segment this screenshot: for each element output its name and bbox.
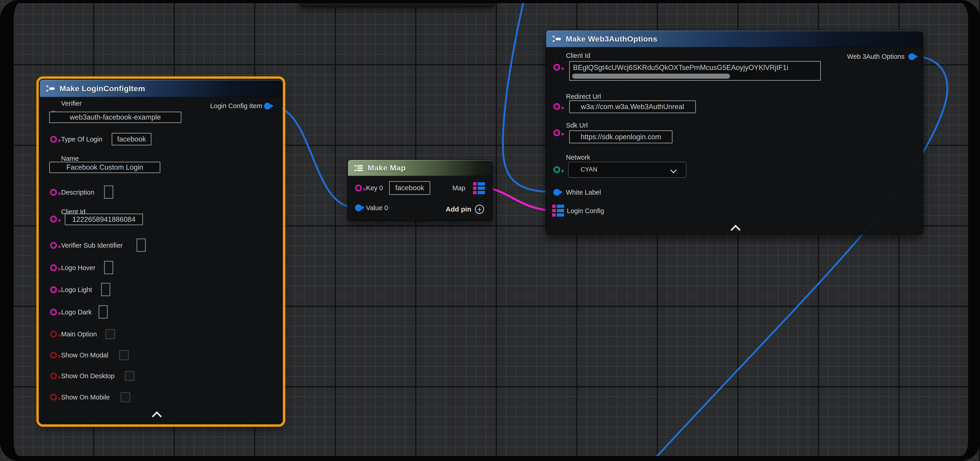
input-pin-type-of-login[interactable]	[50, 136, 57, 143]
input-pin-logo-hover[interactable]	[50, 264, 57, 271]
input-pin-logo-light[interactable]	[50, 286, 57, 293]
input-pin-login-config[interactable]	[552, 205, 564, 216]
chevron-down-icon	[670, 167, 677, 173]
output-pin-login-config-item[interactable]	[264, 103, 271, 110]
pin-label-description: Description	[61, 188, 94, 196]
add-pin-button[interactable]: Add pin +	[445, 205, 484, 214]
input-pin-client-id[interactable]	[554, 64, 560, 71]
make-map-icon	[353, 164, 363, 172]
pin-label-sdk-url: Sdk Url	[566, 121, 588, 129]
input-pin-key0[interactable]	[355, 184, 362, 191]
plus-circle-icon: +	[475, 205, 484, 214]
output-pin-label: Web 3Auth Options	[847, 52, 905, 60]
input-pin-description[interactable]	[50, 189, 57, 196]
input-pin-sdk-url[interactable]	[554, 129, 560, 136]
pin-label-logo-dark: Logo Dark	[61, 308, 92, 316]
pin-label-name: Name	[61, 154, 79, 162]
verifier-field[interactable]: web3auth-facebook-example	[49, 111, 181, 123]
pin-label-verifier: Verifier	[61, 99, 82, 108]
input-pin-white-label[interactable]	[554, 189, 560, 196]
node-header[interactable]: Make Map	[348, 160, 492, 176]
network-dropdown[interactable]: CYAN	[568, 162, 687, 178]
redirect-url-field[interactable]: w3a://com.w3a.Web3AuthUnreal	[569, 100, 696, 113]
main-option-checkbox[interactable]	[105, 329, 115, 339]
node-make-web3authoptions[interactable]: Make Web3AuthOptions Web 3Auth Options C…	[546, 30, 923, 235]
sdk-url-field[interactable]: https://sdk.openlogin.com	[569, 130, 673, 143]
make-struct-icon	[45, 84, 56, 92]
pin-label-logo-hover: Logo Hover	[61, 264, 95, 272]
client-id-scrollbar[interactable]	[572, 74, 730, 79]
pin-label-login-config: Login Config	[567, 207, 604, 215]
output-pin-label-map: Map	[452, 184, 465, 192]
pin-label-white-label: White Label	[566, 188, 601, 196]
node-header[interactable]: Make Web3AuthOptions	[546, 30, 923, 47]
add-pin-label: Add pin	[445, 205, 471, 213]
input-pin-main-option[interactable]	[50, 331, 57, 337]
verifier-sub-identifier-field[interactable]	[137, 238, 146, 252]
input-pin-logo-dark[interactable]	[50, 309, 57, 316]
show-on-mobile-checkbox[interactable]	[121, 392, 130, 402]
pin-label-client-id: Client Id	[566, 51, 590, 60]
network-selected-value: CYAN	[581, 166, 597, 173]
pin-label-show-on-desktop: Show On Desktop	[61, 372, 115, 380]
output-pin-label: Login Config Item	[210, 102, 262, 110]
node-header[interactable]: Make LoginConfigItem	[40, 80, 282, 97]
wire-top-to-whitelabel	[503, 0, 553, 192]
output-pin-web3auth-options[interactable]	[908, 53, 915, 60]
input-pin-show-on-desktop[interactable]	[50, 372, 57, 379]
node-make-loginconfigitem[interactable]: Make LoginConfigItem Login Config Item V…	[39, 79, 282, 424]
name-field[interactable]: Facebook Custom Login	[49, 162, 161, 173]
input-pin-show-on-modal[interactable]	[50, 352, 57, 359]
pin-label-key0: Key 0	[366, 184, 383, 192]
input-pin-show-on-mobile[interactable]	[50, 394, 57, 401]
logo-dark-field[interactable]	[99, 305, 108, 318]
client-id-field[interactable]: BEglQSgt4cUWcj6SKRdu5QkOXTsePmMcusG5EAoy…	[569, 61, 821, 81]
node-title: Make Web3AuthOptions	[566, 35, 657, 43]
chevron-up-icon[interactable]	[152, 412, 162, 421]
client-id-field[interactable]: 1222658941886084	[65, 214, 143, 225]
show-on-modal-checkbox[interactable]	[119, 350, 129, 360]
input-pin-verifier-sub-identifier[interactable]	[50, 242, 57, 249]
pin-label-network: Network	[566, 153, 590, 161]
output-pin-map[interactable]	[473, 182, 485, 194]
chevron-up-icon[interactable]	[731, 225, 741, 235]
pin-label-type-of-login: Type Of Login	[61, 135, 102, 143]
wire-loginconfigitem-to-value0	[270, 106, 354, 207]
client-id-value: BEglQSgt4cUWcj6SKRdu5QkOXTsePmMcusG5EAoy…	[573, 64, 788, 72]
show-on-desktop-checkbox[interactable]	[125, 371, 135, 381]
pin-label-verifier-sub-identifier: Verifier Sub Identifier	[61, 241, 123, 250]
blueprint-editor: Make LoginConfigItem Login Config Item V…	[0, 0, 980, 461]
pin-label-value0: Value 0	[366, 204, 388, 212]
logo-hover-field[interactable]	[104, 261, 113, 274]
pin-label-redirect-url: Redirect Url	[566, 92, 601, 101]
pin-label-logo-light: Logo Light	[61, 286, 92, 294]
input-pin-network[interactable]	[554, 166, 560, 173]
pin-label-main-option: Main Option	[61, 330, 97, 338]
node-title: Make LoginConfigItem	[59, 84, 145, 93]
logo-light-field[interactable]	[101, 283, 110, 296]
input-pin-redirect-url[interactable]	[554, 103, 560, 110]
node-make-map[interactable]: Make Map Key 0 facebook Map Value 0 Add …	[347, 159, 493, 221]
key0-field[interactable]: facebook	[389, 181, 430, 195]
pin-label-show-on-modal: Show On Modal	[61, 351, 108, 359]
input-pin-value0[interactable]	[355, 204, 362, 211]
pin-label-show-on-mobile: Show On Mobile	[61, 393, 110, 401]
make-struct-icon	[551, 35, 562, 43]
node-title: Make Map	[368, 164, 406, 172]
input-pin-client-id[interactable]	[50, 216, 57, 223]
type-of-login-field[interactable]: facebook	[111, 133, 151, 145]
description-field[interactable]	[104, 186, 113, 199]
